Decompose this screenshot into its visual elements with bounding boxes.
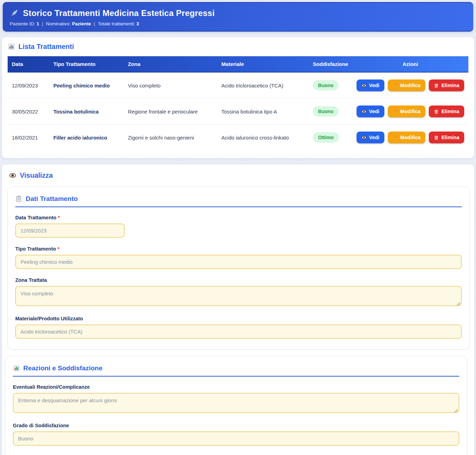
chart-icon: [13, 365, 20, 372]
tipo-trattamento-label: Tipo Trattamento *: [15, 246, 462, 252]
delete-button[interactable]: Elimina: [429, 132, 464, 143]
clipboard-icon: [15, 195, 22, 202]
data-trattamento-input[interactable]: [15, 224, 125, 238]
patient-info: Paziente ID: 1|Nominativo: Paziente|Tota…: [10, 21, 466, 26]
edit-button[interactable]: Modifica: [388, 132, 426, 143]
trash-icon: [434, 109, 439, 114]
column-header-data: Data: [8, 56, 49, 72]
field-materiale-prodotto: Materiale/Prodotto Utilizzato: [15, 316, 462, 339]
table-row: 12/09/2023 Peeling chimico medio Viso co…: [8, 72, 468, 99]
data-trattamento-label: Data Trattamento *: [15, 215, 462, 220]
reazioni-complicanze-textarea[interactable]: Eritema e desquamazione per alcuni giorn…: [13, 393, 459, 413]
cell-soddisfazione: Buono: [309, 72, 352, 99]
trash-icon: [434, 83, 439, 88]
view-button-label: Vedi: [369, 135, 379, 140]
delete-button-label: Elimina: [441, 109, 459, 114]
chart-icon: [8, 43, 15, 50]
treatments-table-header: DataTipo TrattamentoZonaMaterialeSoddisf…: [8, 56, 468, 72]
field-reazioni-complicanze: Eventuali Reazioni/Complicanze Eritema e…: [13, 384, 459, 414]
table-row: 30/05/2022 Tossina botulinica Regione fr…: [8, 99, 468, 125]
cell-materiale: Tossina botulinica tipo A: [217, 99, 309, 125]
satisfaction-badge: Buono: [313, 80, 339, 91]
view-button-label: Vedi: [369, 109, 379, 114]
meta-separator: |: [94, 21, 95, 26]
dati-trattamento-card: Dati Trattamento Data Trattamento *Tipo …: [7, 186, 470, 349]
pencil-icon: [393, 109, 398, 114]
view-card: Visualizza Dati Trattamento Data Trattam…: [2, 164, 474, 455]
column-header-azioni: Azioni: [352, 56, 468, 72]
cell-materiale: Acido tricloroacetico (TCA): [217, 72, 309, 99]
eye-icon: [361, 83, 367, 88]
delete-button-label: Elimina: [441, 83, 459, 88]
cell-tipo-trattamento: Peeling chimico medio: [49, 72, 124, 99]
cell-tipo-trattamento: Tossina botulinica: [49, 99, 124, 125]
edit-button-label: Modifica: [400, 135, 421, 140]
view-button[interactable]: Vedi: [357, 132, 384, 143]
cell-data: 30/05/2022: [8, 99, 49, 125]
view-section-label: Visualizza: [20, 171, 53, 179]
patient-meta-item: Totale trattamenti: 3: [98, 21, 139, 26]
tipo-trattamento-input[interactable]: [15, 255, 462, 269]
view-button[interactable]: Vedi: [357, 79, 384, 91]
cell-zona: Viso completo: [124, 72, 217, 99]
page-title: Storico Trattamenti Medicina Estetica Pr…: [23, 8, 215, 18]
patient-meta-item: Paziente ID: 1: [10, 21, 39, 26]
title-row: Storico Trattamenti Medicina Estetica Pr…: [10, 8, 466, 18]
treatments-list-card: Lista Trattamenti DataTipo TrattamentoZo…: [2, 37, 474, 158]
edit-button[interactable]: Modifica: [388, 79, 426, 91]
table-row: 18/02/2021 Filler acido ialuronico Zigom…: [8, 125, 468, 151]
materiale-prodotto-input[interactable]: [15, 325, 462, 339]
meta-separator: |: [42, 21, 43, 26]
cell-data: 18/02/2021: [8, 125, 49, 151]
required-asterisk: *: [58, 215, 60, 220]
treatments-table: DataTipo TrattamentoZonaMaterialeSoddisf…: [8, 56, 468, 150]
cell-azioni: Vedi Modifica Elimina: [352, 72, 468, 99]
pencil-icon: [393, 83, 398, 88]
eye-icon: [9, 172, 16, 179]
field-grado-soddisfazione: Grado di Soddisfazione: [13, 423, 459, 446]
zona-trattata-label: Zona Trattata: [15, 277, 462, 283]
cell-soddisfazione: Ottimo: [309, 125, 352, 151]
cell-zona: Zigomi e solchi naso-genieni: [124, 125, 217, 151]
satisfaction-badge: Buono: [313, 106, 339, 117]
treatments-section-title: Lista Trattamenti: [8, 43, 468, 51]
grado-soddisfazione-input[interactable]: [13, 431, 459, 446]
edit-button-label: Modifica: [400, 83, 421, 88]
zona-trattata-textarea[interactable]: Viso completo: [15, 286, 462, 306]
view-button[interactable]: Vedi: [357, 106, 384, 117]
satisfaction-badge: Ottimo: [313, 132, 339, 143]
dati-trattamento-heading: Dati Trattamento: [15, 195, 462, 207]
patient-meta-item: Nominativo: Paziente: [46, 21, 91, 26]
field-data-trattamento: Data Trattamento *: [15, 215, 462, 238]
cell-azioni: Vedi Modifica Elimina: [352, 99, 468, 125]
column-header-materiale: Materiale: [217, 56, 309, 72]
reazioni-complicanze-label: Eventuali Reazioni/Complicanze: [13, 384, 459, 390]
cell-data: 12/09/2023: [8, 72, 49, 99]
field-zona-trattata: Zona Trattata Viso completo: [15, 277, 462, 307]
eye-icon: [361, 135, 367, 140]
trash-icon: [434, 135, 439, 140]
cell-soddisfazione: Buono: [309, 99, 352, 125]
materiale-prodotto-label: Materiale/Prodotto Utilizzato: [15, 316, 462, 321]
syringe-icon: [10, 9, 19, 18]
reazioni-soddisfazione-card: Reazioni e Soddisfazione Eventuali Reazi…: [5, 356, 467, 455]
dati-trattamento-title: Dati Trattamento: [26, 195, 78, 203]
delete-button-label: Elimina: [441, 135, 459, 140]
field-tipo-trattamento: Tipo Trattamento *: [15, 246, 462, 269]
cell-zona: Regione frontale e perioculare: [124, 99, 217, 125]
reazioni-soddisfazione-heading: Reazioni e Soddisfazione: [13, 364, 459, 377]
view-button-label: Vedi: [369, 83, 379, 88]
eye-icon: [361, 109, 367, 114]
view-section-title: Visualizza: [2, 171, 474, 179]
cell-materiale: Acido ialuronico cross-linkato: [217, 125, 309, 151]
delete-button[interactable]: Elimina: [429, 106, 464, 117]
column-header-tipo-trattamento: Tipo Trattamento: [49, 56, 124, 72]
pencil-icon: [393, 135, 398, 140]
required-asterisk: *: [57, 246, 59, 252]
delete-button[interactable]: Elimina: [429, 79, 464, 91]
edit-button[interactable]: Modifica: [388, 106, 426, 117]
column-header-zona: Zona: [124, 56, 217, 72]
app-header: Storico Trattamenti Medicina Estetica Pr…: [3, 2, 473, 31]
cell-tipo-trattamento: Filler acido ialuronico: [49, 125, 124, 151]
cell-azioni: Vedi Modifica Elimina: [352, 125, 468, 151]
